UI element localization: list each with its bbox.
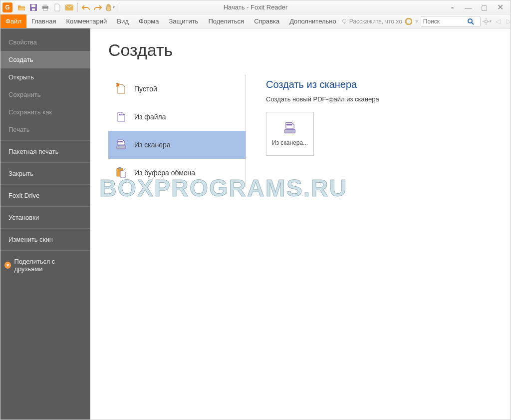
color-icon[interactable] — [404, 17, 413, 26]
create-from-file[interactable]: PDF Из файла — [108, 103, 246, 131]
page-title: Создать — [108, 40, 502, 60]
undo-icon[interactable] — [80, 2, 91, 13]
svg-rect-20 — [117, 146, 126, 149]
maximize-icon[interactable]: ▢ — [480, 3, 489, 11]
close-icon[interactable]: ✕ — [496, 2, 505, 12]
svg-point-7 — [342, 19, 346, 22]
tile-label: Из сканера... — [272, 139, 308, 146]
svg-point-9 — [406, 18, 412, 24]
sidebar-item-save: Сохранить — [0, 86, 90, 103]
create-options-list: Пустой PDF Из файла Из сканера — [108, 75, 246, 187]
sidebar-item-create[interactable]: Создать — [0, 51, 90, 68]
print-icon[interactable] — [40, 2, 51, 13]
sidebar-separator — [0, 184, 90, 185]
tell-me-field[interactable]: Расскажите, что хо — [341, 18, 402, 25]
tab-protect[interactable]: Защитить — [164, 14, 203, 28]
scanner-icon — [283, 121, 297, 135]
sidebar-separator — [0, 228, 90, 229]
create-from-scanner[interactable]: Из сканера — [108, 131, 246, 159]
gear-icon[interactable]: ▾ — [483, 17, 492, 26]
open-icon[interactable] — [16, 2, 27, 13]
sidebar-item-open[interactable]: Открыть — [0, 68, 90, 86]
svg-rect-2 — [32, 8, 35, 10]
toolbar-divider — [77, 3, 78, 12]
minimize-icon[interactable]: — — [464, 3, 473, 11]
create-from-clipboard[interactable]: Из буфера обмена — [108, 159, 246, 187]
search-box[interactable] — [421, 16, 481, 27]
tab-comment[interactable]: Комментарий — [61, 14, 112, 28]
option-label: Из сканера — [134, 141, 171, 149]
sidebar-item-batch-print[interactable]: Пакетная печать — [0, 143, 90, 160]
sidebar-item-foxit-drive[interactable]: Foxit Drive — [0, 187, 90, 204]
option-label: Из буфера обмена — [134, 169, 195, 177]
sidebar-item-save-as: Сохранить как — [0, 103, 90, 121]
tab-additional[interactable]: Дополнительно — [284, 14, 341, 28]
search-icon[interactable] — [467, 18, 474, 25]
nav-prev-icon[interactable]: ◁ — [494, 17, 503, 26]
search-input[interactable] — [423, 18, 467, 25]
sidebar-separator — [0, 162, 90, 163]
tab-view[interactable]: Вид — [112, 14, 134, 28]
sidebar-separator — [0, 206, 90, 207]
hand-tool-icon[interactable]: ▾ — [104, 2, 115, 13]
svg-rect-19 — [118, 141, 123, 142]
svg-rect-8 — [344, 22, 345, 23]
file-sidebar: Свойства Создать Открыть Сохранить Сохра… — [0, 28, 90, 420]
svg-point-10 — [468, 19, 472, 23]
app-icon: G — [2, 2, 12, 12]
nav-next-icon[interactable]: ▷ — [505, 17, 511, 26]
scanner-icon — [115, 139, 127, 151]
sidebar-separator — [0, 250, 90, 251]
svg-text:PDF: PDF — [120, 114, 123, 116]
svg-rect-23 — [286, 124, 292, 126]
heart-icon: ♥ — [4, 262, 11, 269]
sidebar-item-change-skin[interactable]: Изменить скин — [0, 231, 90, 248]
ribbon-tabs: Файл Главная Комментарий Вид Форма Защит… — [0, 14, 511, 28]
detail-description: Создать новый PDF-файл из сканера — [266, 95, 502, 103]
quick-access-toolbar: G ▾ Начать - Foxit Reader ▫▫ — ▢ ✕ — [0, 0, 511, 14]
tab-share[interactable]: Поделиться — [203, 14, 249, 28]
svg-rect-5 — [43, 8, 47, 10]
new-blank-icon[interactable] — [52, 2, 63, 13]
toolbar-divider — [118, 3, 118, 12]
main-area: Свойства Создать Открыть Сохранить Сохра… — [0, 28, 511, 420]
file-icon: PDF — [115, 111, 127, 123]
bulb-icon — [341, 18, 347, 24]
svg-rect-1 — [31, 4, 35, 7]
ribbon-expand-icon[interactable]: ▫▫ — [448, 4, 457, 11]
svg-line-11 — [472, 22, 474, 24]
tab-file[interactable]: Файл — [0, 14, 26, 28]
from-scanner-tile[interactable]: Из сканера... — [266, 112, 314, 156]
sidebar-item-print: Печать — [0, 121, 90, 138]
option-label: Из файла — [134, 113, 166, 121]
svg-point-12 — [485, 20, 488, 23]
detail-title: Создать из сканера — [266, 79, 502, 90]
sidebar-item-preferences[interactable]: Установки — [0, 209, 90, 226]
sidebar-item-properties: Свойства — [0, 33, 90, 51]
sidebar-item-label: Поделиться с друзьями — [14, 258, 82, 273]
tab-home[interactable]: Главная — [26, 14, 61, 28]
save-icon[interactable] — [28, 2, 39, 13]
svg-rect-22 — [118, 167, 121, 169]
option-label: Пустой — [134, 85, 157, 93]
content-pane: Создать Пустой PDF Из файла — [90, 28, 511, 420]
svg-rect-4 — [43, 4, 47, 6]
tab-form[interactable]: Форма — [134, 14, 164, 28]
svg-rect-24 — [285, 129, 295, 133]
tell-me-text: Расскажите, что хо — [349, 18, 402, 25]
sidebar-item-share-with-friends[interactable]: ♥ Поделиться с друзьями — [0, 253, 90, 278]
blank-page-icon — [115, 83, 127, 95]
sidebar-separator — [0, 140, 90, 141]
create-detail-pane: Создать из сканера Создать новый PDF-фай… — [246, 75, 502, 187]
sidebar-item-close[interactable]: Закрыть — [0, 165, 90, 182]
clipboard-icon — [115, 167, 127, 179]
tab-help[interactable]: Справка — [249, 14, 284, 28]
redo-icon[interactable] — [92, 2, 103, 13]
email-icon[interactable] — [64, 2, 75, 13]
create-blank[interactable]: Пустой — [108, 75, 246, 103]
